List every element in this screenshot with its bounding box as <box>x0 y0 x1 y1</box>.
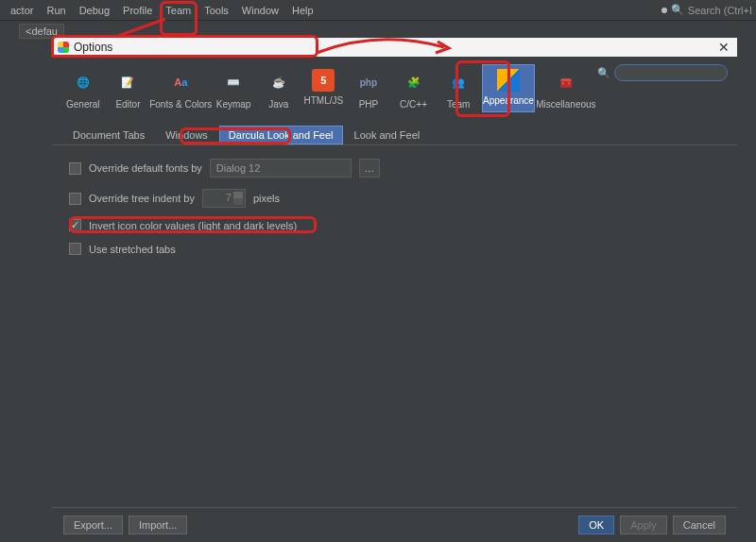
category-general[interactable]: 🌐 General <box>61 64 105 116</box>
dialog-titlebar: Options ✕ <box>52 38 737 57</box>
fonts-icon: Aa <box>167 69 194 95</box>
options-body: Override default fonts by … Override tre… <box>52 145 737 507</box>
netbeans-logo-icon <box>58 42 69 53</box>
menu-team[interactable]: Team <box>159 3 198 18</box>
category-miscellaneous[interactable]: 🧰 Miscellaneous <box>537 64 595 116</box>
dialog-footer: Export... Import... OK Apply Cancel <box>52 507 737 542</box>
category-team[interactable]: 👥 Team <box>437 64 480 116</box>
close-icon[interactable]: ✕ <box>716 40 731 55</box>
options-search: 🔍 <box>597 64 728 81</box>
notification-dot-icon <box>662 8 667 13</box>
html5-icon: 5 <box>312 69 335 92</box>
stretched-tabs-checkbox[interactable] <box>69 243 81 255</box>
ok-button[interactable]: OK <box>578 516 614 534</box>
dialog-title-label: Options <box>74 41 112 54</box>
category-editor[interactable]: 📝 Editor <box>107 64 150 116</box>
category-php[interactable]: php PHP <box>347 64 390 116</box>
font-field[interactable] <box>210 159 352 178</box>
menu-profile[interactable]: Profile <box>116 3 159 18</box>
import-button[interactable]: Import... <box>129 516 187 534</box>
tab-windows[interactable]: Windows <box>156 126 217 144</box>
indent-unit-label: pixels <box>253 193 280 204</box>
global-search[interactable]: 🔍 Search (Ctrl+I <box>662 4 752 16</box>
options-dialog: Options ✕ 🌐 General 📝 Editor Aa Fonts & … <box>52 38 737 542</box>
cancel-button[interactable]: Cancel <box>673 516 726 534</box>
tab-document-tabs[interactable]: Document Tabs <box>63 126 154 144</box>
export-button[interactable]: Export... <box>63 516 123 534</box>
menu-window[interactable]: Window <box>235 3 285 18</box>
keyboard-icon: ⌨️ <box>220 69 247 95</box>
override-indent-label: Override tree indent by <box>89 193 195 204</box>
menu-debug[interactable]: Debug <box>73 3 116 18</box>
invert-icon-label: Invert icon color values (light and dark… <box>89 220 297 231</box>
menu-run[interactable]: Run <box>40 3 72 18</box>
font-browse-button[interactable]: … <box>359 159 380 178</box>
team-icon: 👥 <box>445 69 472 95</box>
category-fonts-colors[interactable]: Aa Fonts & Colors <box>151 64 210 116</box>
stretched-tabs-label: Use stretched tabs <box>89 244 176 255</box>
globe-icon: 🌐 <box>70 69 96 95</box>
appearance-tabs: Document Tabs Windows Darcula Look and F… <box>52 120 737 145</box>
main-menubar: actor Run Debug Profile Team Tools Windo… <box>0 0 756 21</box>
tab-darcula-look-and-feel[interactable]: Darcula Look and Feel <box>219 126 343 144</box>
category-htmljs[interactable]: 5 HTML/JS <box>302 64 346 112</box>
appearance-icon <box>497 69 520 92</box>
options-search-input[interactable] <box>614 64 728 81</box>
editor-icon: 📝 <box>114 69 141 95</box>
category-ccpp[interactable]: 🧩 C/C++ <box>392 64 436 116</box>
override-indent-checkbox[interactable] <box>69 193 81 205</box>
menu-tools[interactable]: Tools <box>198 3 235 18</box>
options-category-strip: 🌐 General 📝 Editor Aa Fonts & Colors ⌨️ … <box>52 57 737 120</box>
apply-button[interactable]: Apply <box>620 516 667 534</box>
invert-icon-checkbox[interactable] <box>69 219 81 231</box>
override-fonts-checkbox[interactable] <box>69 162 81 175</box>
search-icon: 🔍 <box>597 67 610 79</box>
search-icon: 🔍 <box>671 4 684 16</box>
tab-look-and-feel[interactable]: Look and Feel <box>345 126 430 144</box>
indent-spinner[interactable]: 7 <box>202 189 246 208</box>
search-placeholder: Search (Ctrl+I <box>688 5 752 16</box>
menu-help[interactable]: Help <box>285 3 320 18</box>
misc-icon: 🧰 <box>553 69 579 95</box>
php-icon: php <box>355 69 382 95</box>
config-combo[interactable]: <defau <box>19 24 64 39</box>
menu-refactor[interactable]: actor <box>4 3 40 18</box>
category-appearance[interactable]: Appearance <box>482 64 535 112</box>
category-keymap[interactable]: ⌨️ Keymap <box>212 64 255 116</box>
java-icon: ☕ <box>266 69 292 95</box>
category-java[interactable]: ☕ Java <box>257 64 301 116</box>
cpp-icon: 🧩 <box>401 69 427 95</box>
override-fonts-label: Override default fonts by <box>89 162 202 174</box>
